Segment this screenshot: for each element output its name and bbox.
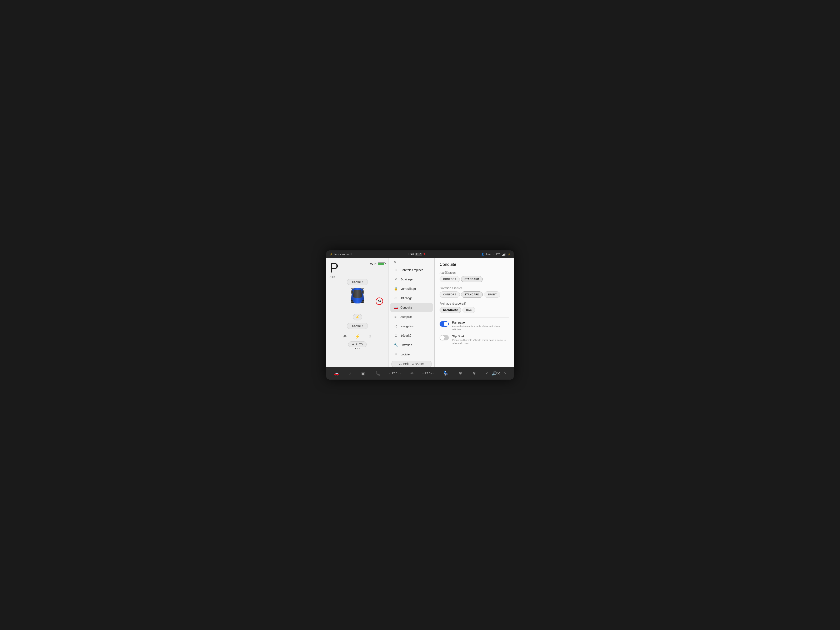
menu-item-autopilot[interactable]: ◎ Autopilot <box>390 312 433 321</box>
menu-item-affichage[interactable]: ▭ Affichage <box>390 294 433 303</box>
top-bar-left: ⚡ Jacques Anquetil <box>330 253 352 256</box>
defrost-rear-icon[interactable]: ≋ <box>471 369 477 377</box>
direction-label: Direction assistée <box>440 286 509 290</box>
temperature-display: 21°C <box>415 253 422 256</box>
page-dots <box>355 348 360 349</box>
rampage-toggle-thumb <box>444 322 448 326</box>
time-display: 15:46 <box>407 253 414 256</box>
verrouillage-label: Verrouillage <box>400 287 416 291</box>
car-bottom-icon[interactable]: 🚗 <box>333 369 340 377</box>
menu-close-button[interactable]: ✕ <box>391 260 398 264</box>
power-icon[interactable]: ⚡ <box>354 333 361 340</box>
slip-start-title: Slip Start <box>452 335 509 338</box>
dot-2 <box>357 348 358 349</box>
open-bottom-button[interactable]: OUVRIR <box>347 323 368 329</box>
temp-right-control: < 22.0 o > <box>423 372 434 375</box>
volume-mute-icon[interactable]: 🔊✕ <box>490 369 502 377</box>
phone-icon[interactable]: 📞 <box>374 369 382 377</box>
menu-item-conduite[interactable]: 🚗 Conduite <box>390 303 433 312</box>
volume-control: < 🔊✕ > <box>485 369 507 377</box>
lte-indicator: ○ <box>493 253 494 256</box>
dot-3 <box>359 348 360 349</box>
slip-start-text: Slip Start Permet de libérer le véhicule… <box>452 335 509 345</box>
slip-start-desc: Permet de libérer le véhicule coincé dan… <box>452 338 509 345</box>
menu-item-controles[interactable]: ⊙ Contrôles rapides <box>390 265 433 275</box>
battery-bar <box>378 262 385 265</box>
freinage-bas-btn[interactable]: BAS <box>463 307 475 313</box>
freinage-section: Freinage récupératif STANDARD BAS <box>440 302 509 313</box>
wiper-button[interactable]: 🌧 AUTO <box>348 341 367 347</box>
temp-right-up-arrow[interactable]: > <box>433 372 434 374</box>
direction-sport-btn[interactable]: SPORT <box>484 292 500 298</box>
direction-standard-btn[interactable]: STANDARD <box>461 292 483 298</box>
affichage-label: Affichage <box>400 297 412 300</box>
battery-row: 92 % <box>370 262 385 265</box>
svg-point-8 <box>351 291 352 293</box>
menu-item-navigation[interactable]: ◁ Navigation <box>390 322 433 331</box>
freinage-label: Freinage récupératif <box>440 302 509 305</box>
verrouillage-icon: 🔒 <box>394 287 398 291</box>
temp-right-down-arrow[interactable]: < <box>423 372 424 374</box>
temp-left-value: 22.0 <box>392 372 397 375</box>
charge-button[interactable]: ⚡ <box>353 314 362 321</box>
entretien-label: Entretien <box>400 343 412 347</box>
menu-panel: ✕ ⊙ Contrôles rapides ☀ Éclairage 🔒 Verr… <box>389 258 434 367</box>
signal-bar-4 <box>505 253 505 256</box>
navigation-icon: ◁ <box>394 324 398 328</box>
freinage-standard-btn[interactable]: STANDARD <box>440 307 461 313</box>
acceleration-standard-btn[interactable]: STANDARD <box>461 276 483 282</box>
rampage-desc: Avance lentement lorsque la pédale de fr… <box>452 325 509 331</box>
menu-item-eclairage[interactable]: ☀ Éclairage <box>390 275 433 284</box>
defrost-front-icon[interactable]: ≋ <box>457 369 463 377</box>
mic-icon[interactable]: 🎙 <box>367 333 373 340</box>
rampage-toggle[interactable] <box>440 321 449 327</box>
seat-icon[interactable]: 💺 <box>442 369 450 377</box>
next-volume-icon[interactable]: > <box>502 370 507 377</box>
slip-start-toggle[interactable] <box>440 335 449 340</box>
tesla-logo: T <box>423 253 425 256</box>
menu-item-securite[interactable]: ⊙ Sécurité <box>390 331 433 340</box>
signal-bar-1 <box>502 255 503 256</box>
open-top-button[interactable]: OUVRIR <box>347 279 368 285</box>
rampage-title: Rampage <box>452 321 509 324</box>
controles-label: Contrôles rapides <box>400 268 423 272</box>
acceleration-label: Accélération <box>440 271 509 275</box>
temp-left-unit: o <box>398 372 399 374</box>
settings-title: Conduite <box>440 262 509 267</box>
user-name: Lola <box>486 253 491 256</box>
fan-icon[interactable]: ✳ <box>409 369 415 377</box>
navigation-label: Navigation <box>400 325 414 328</box>
bottom-bar: 🚗 ♪ ▣ 📞 < 22.0 o > ✳ < 22.0 o > 💺 ≋ ≋ < … <box>326 367 514 380</box>
temp-right-value: 22.0 <box>425 372 430 375</box>
securite-label: Sécurité <box>400 334 411 337</box>
charge-icon: ⚡ <box>355 315 360 319</box>
menu-item-logiciel[interactable]: ⬇ Logiciel <box>390 350 433 359</box>
menu-item-verrouillage[interactable]: 🔒 Verrouillage <box>390 284 433 293</box>
car-name: Aïko <box>330 275 338 278</box>
direction-confort-btn[interactable]: CONFORT <box>440 292 460 298</box>
controles-icon: ⊙ <box>394 268 398 272</box>
temp-right-unit: o <box>431 372 432 374</box>
temp-left-down-arrow[interactable]: < <box>389 372 391 374</box>
glove-box-button[interactable]: ▭ BOÎTE À GANTS <box>391 361 432 367</box>
securite-icon: ⊙ <box>394 333 398 338</box>
affichage-icon: ▭ <box>394 296 398 300</box>
direction-btn-group: CONFORT STANDARD SPORT <box>440 292 509 298</box>
prev-volume-icon[interactable]: < <box>485 370 489 377</box>
signal-bar-3 <box>504 254 505 256</box>
logiciel-label: Logiciel <box>400 353 410 356</box>
conduite-label: Conduite <box>400 306 412 309</box>
location-icon[interactable]: ◎ <box>342 333 348 340</box>
battery-percent: 92 % <box>370 262 376 265</box>
network-label: LTE <box>496 253 500 256</box>
menu-item-entretien[interactable]: 🔧 Entretien <box>390 340 433 349</box>
dot-1 <box>355 348 356 349</box>
signal-bar-2 <box>503 254 504 256</box>
acceleration-confort-btn[interactable]: CONFORT <box>440 276 460 282</box>
temp-left-up-arrow[interactable]: > <box>400 372 401 374</box>
apps-icon[interactable]: ▣ <box>360 369 366 377</box>
glove-box-label: BOÎTE À GANTS <box>403 363 424 366</box>
entretien-icon: 🔧 <box>394 343 398 347</box>
music-icon[interactable]: ♪ <box>348 370 352 377</box>
settings-panel: Conduite Accélération CONFORT STANDARD D… <box>434 258 514 367</box>
